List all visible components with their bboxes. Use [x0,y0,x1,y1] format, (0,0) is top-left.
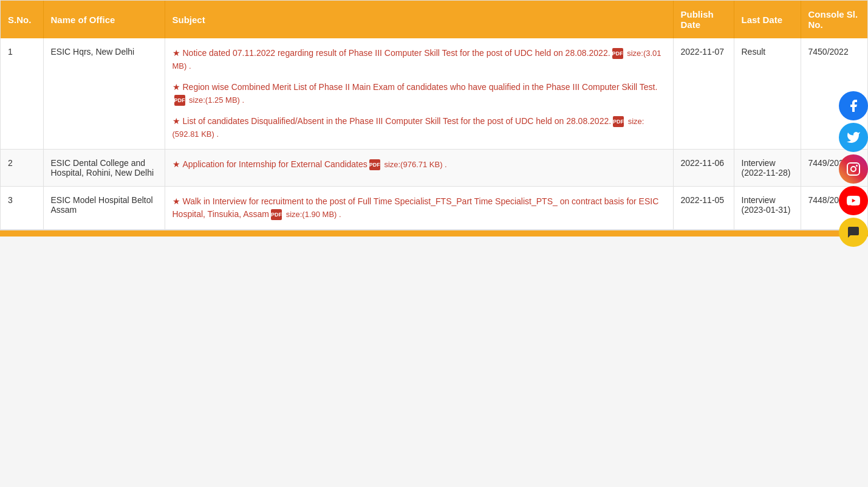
subject-link[interactable]: List of candidates Disqualified/Absent i… [173,116,644,139]
pdf-icon: PDF [369,159,380,170]
subject-link-block: ★Walk in Interview for recruitment to th… [173,195,666,221]
table-row: 3ESIC Model Hospital Beltol Assam★Walk i… [1,187,867,230]
instagram-button[interactable] [839,154,868,184]
subject-link-block: ★List of candidates Disqualified/Absent … [173,115,666,140]
star-icon: ★ [173,82,180,92]
cell-last-date: Interview (2023-01-31) [734,187,801,230]
chat-button[interactable] [839,218,868,237]
cell-office: ESIC Hqrs, New Delhi [43,38,165,150]
file-size: size:(1.25 MB) . [187,95,245,105]
cell-publish: 2022-11-06 [673,150,734,187]
subject-link-block: ★Notice dated 07.11.2022 regarding resul… [173,47,666,72]
subject-link[interactable]: Region wise Combined Merit List of Phase… [173,82,658,105]
header-last: Last Date [734,1,801,38]
cell-publish: 2022-11-07 [673,38,734,150]
header-publish: Publish Date [673,1,734,38]
cell-sno: 3 [1,187,43,230]
cell-sno: 2 [1,150,43,187]
cell-publish: 2022-11-05 [673,187,734,230]
header-console: Console Sl. No. [801,1,867,38]
cell-subject: ★Application for Internship for External… [165,150,673,187]
pdf-icon: PDF [174,95,185,106]
svg-point-1 [851,167,856,171]
cell-last-date: Interview (2022-11-28) [734,150,801,187]
star-icon: ★ [173,116,180,126]
table-row: 1ESIC Hqrs, New Delhi★Notice dated 07.11… [1,38,867,150]
social-sidebar [839,91,868,237]
file-size: size:(3.01 MB) . [173,49,661,71]
star-icon: ★ [173,196,180,206]
cell-subject: ★Notice dated 07.11.2022 regarding resul… [165,38,673,150]
header-sno: S.No. [1,1,43,38]
cell-sno: 1 [1,38,43,150]
table-row: 2ESIC Dental College and Hospital, Rohin… [1,150,867,187]
pdf-icon: PDF [613,116,624,127]
svg-rect-0 [847,163,859,175]
file-size: size:(976.71 KB) . [382,160,447,169]
pdf-icon: PDF [612,48,623,59]
subject-link[interactable]: Walk in Interview for recruitment to the… [173,196,659,219]
subject-link-block: ★Region wise Combined Merit List of Phas… [173,81,666,106]
twitter-button[interactable] [839,123,868,152]
star-icon: ★ [173,159,180,169]
bottom-bar [0,230,868,237]
subject-link-block: ★Application for Internship for External… [173,158,666,171]
file-size: size:(1.90 MB) . [284,210,341,219]
facebook-button[interactable] [839,91,868,120]
cell-last-date: Result [734,38,801,150]
svg-point-2 [856,165,858,167]
cell-office: ESIC Dental College and Hospital, Rohini… [43,150,165,187]
file-size: size:(592.81 KB) . [173,117,644,139]
subject-link[interactable]: Application for Internship for External … [183,159,447,169]
subject-link[interactable]: Notice dated 07.11.2022 regarding result… [173,48,661,71]
star-icon: ★ [173,48,180,58]
pdf-icon: PDF [271,209,282,220]
cell-subject: ★Walk in Interview for recruitment to th… [165,187,673,230]
cell-office: ESIC Model Hospital Beltol Assam [43,187,165,230]
youtube-button[interactable] [839,186,868,215]
header-office: Name of Office [43,1,165,38]
header-subject: Subject [165,1,673,38]
